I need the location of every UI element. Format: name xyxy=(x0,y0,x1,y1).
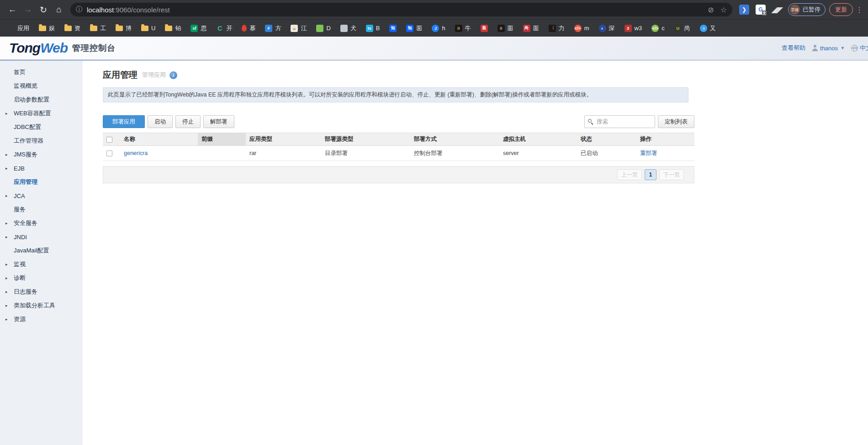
sidebar-item-WEB容器配置[interactable]: ▸WEB容器配置 xyxy=(0,107,82,120)
bookmark-item[interactable]: 犬 xyxy=(338,23,359,34)
sidebar-item-EJB[interactable]: ▸EJB xyxy=(0,161,82,175)
column-header[interactable]: 前缀 xyxy=(198,133,246,146)
expand-arrow-icon[interactable]: ▸ xyxy=(5,276,8,280)
bookmark-item[interactable]: D xyxy=(313,23,333,33)
undeploy-button[interactable]: 解部署 xyxy=(203,115,234,128)
bookmark-item[interactable]: 知 xyxy=(386,23,399,33)
bookmark-item[interactable]: tvB xyxy=(363,23,383,33)
home-icon[interactable]: ⌂ xyxy=(51,2,67,17)
column-header[interactable]: 部署方式 xyxy=(410,133,499,146)
sidebar-item-资源[interactable]: ▸资源 xyxy=(0,312,82,326)
expand-arrow-icon[interactable]: ▸ xyxy=(5,152,8,157)
customize-list-button[interactable]: 定制列表 xyxy=(658,115,694,128)
sidebar-item-诊断[interactable]: ▸诊断 xyxy=(0,271,82,285)
bookmark-item[interactable]: sf思 xyxy=(188,23,209,34)
translate-extension-icon[interactable]: G xyxy=(756,5,766,15)
bookmark-item[interactable]: 应用 xyxy=(5,23,32,34)
bookmark-item[interactable]: U xyxy=(138,23,158,33)
expand-arrow-icon[interactable]: ▸ xyxy=(5,193,8,198)
extensions-puzzle-icon[interactable]: ◢◤ xyxy=(772,5,782,15)
sidebar-item-安全服务[interactable]: ▸安全服务 xyxy=(0,216,82,230)
sidebar-item-监视[interactable]: ▸监视 xyxy=(0,257,82,271)
bookmark-item[interactable]: 慕 xyxy=(239,23,258,34)
column-header[interactable]: 应用类型 xyxy=(246,133,321,146)
expand-arrow-icon[interactable]: ▸ xyxy=(5,221,8,225)
browser-menu-icon[interactable]: ⋮ xyxy=(856,5,863,14)
expand-arrow-icon[interactable]: ▸ xyxy=(5,166,8,171)
address-bar[interactable]: ⓘ localhost:9060/console/rest ⊘ ☆ xyxy=(70,3,732,16)
extension-icon[interactable]: ❯ xyxy=(739,5,749,15)
column-header[interactable]: 操作 xyxy=(636,133,694,146)
bookmark-item[interactable]: 工 xyxy=(87,23,109,34)
bookmark-item[interactable]: ◐深 xyxy=(596,23,618,34)
bookmark-item[interactable]: ◑又 xyxy=(697,23,719,34)
expand-arrow-icon[interactable]: ▸ xyxy=(5,303,8,308)
bookmark-item[interactable]: 资 xyxy=(62,23,83,34)
bookmark-item[interactable]: ☕江 xyxy=(288,23,309,34)
bookmark-item[interactable]: 娱 xyxy=(36,23,58,34)
expand-arrow-icon[interactable]: ▸ xyxy=(5,317,8,322)
select-all-checkbox[interactable] xyxy=(106,137,112,143)
sidebar-item-工作管理器[interactable]: 工作管理器 xyxy=(0,134,82,148)
start-button[interactable]: 启动 xyxy=(148,115,173,128)
bookmark-favicon xyxy=(39,26,46,31)
bookmark-item[interactable]: 3w3 xyxy=(622,23,645,33)
user-menu[interactable]: thanos xyxy=(820,45,838,52)
sidebar-item-应用管理[interactable]: 应用管理 xyxy=(0,175,82,189)
sidebar-item-监视概览[interactable]: 监视概览 xyxy=(0,79,82,93)
info-icon[interactable]: i xyxy=(169,71,177,79)
site-info-icon[interactable]: ⓘ xyxy=(76,5,82,14)
expand-arrow-icon[interactable]: ▸ xyxy=(5,235,8,239)
sidebar-item-JDBC配置[interactable]: JDBC配置 xyxy=(0,120,82,134)
bookmark-item[interactable]: 博 xyxy=(113,23,134,34)
column-header[interactable]: 部署源类型 xyxy=(321,133,410,146)
sidebar-item-首页[interactable]: 首页 xyxy=(0,65,82,79)
reload-icon[interactable]: ↻ xyxy=(36,2,51,17)
user-caret-icon[interactable]: ▼ xyxy=(841,46,845,50)
row-checkbox[interactable] xyxy=(106,150,112,156)
bookmark-item[interactable]: C开 xyxy=(213,23,235,34)
redeploy-action-link[interactable]: 重部署 xyxy=(640,150,657,156)
sidebar-item-JavaMail配置[interactable]: JavaMail配置 xyxy=(0,244,82,257)
bookmark-item[interactable]: U尚 xyxy=(672,23,693,34)
language-menu[interactable]: 中文 xyxy=(860,44,868,52)
url-text[interactable]: localhost:9060/console/rest xyxy=(87,6,170,14)
bookmark-star-icon[interactable]: ☆ xyxy=(720,5,727,14)
column-header[interactable]: 状态 xyxy=(577,133,636,146)
sidebar-item-启动参数配置[interactable]: 启动参数配置 xyxy=(0,93,82,107)
deploy-app-button[interactable]: 部署应用 xyxy=(103,115,145,128)
back-icon[interactable]: ← xyxy=(5,2,20,17)
bookmark-item[interactable]: 〈力 xyxy=(546,23,567,34)
search-input[interactable] xyxy=(584,115,655,128)
sidebar-item-JCA[interactable]: ▸JCA xyxy=(0,189,82,203)
expand-arrow-icon[interactable]: ▸ xyxy=(5,262,8,267)
bookmark-item[interactable]: </>c xyxy=(649,23,667,33)
bookmark-item[interactable]: Jh xyxy=(429,23,448,33)
bookmark-item[interactable]: it牛 xyxy=(452,23,474,34)
stop-button[interactable]: 停止 xyxy=(175,115,201,128)
forward-icon[interactable]: → xyxy=(20,2,36,17)
sidebar-item-服务[interactable]: 服务 xyxy=(0,203,82,216)
sidebar-item-日志服务[interactable]: ▸日志服务 xyxy=(0,285,82,299)
sidebar-item-类加载分析工具[interactable]: ▸类加载分析工具 xyxy=(0,299,82,312)
expand-arrow-icon[interactable]: ▸ xyxy=(5,290,8,294)
bookmark-item[interactable]: F方 xyxy=(262,23,284,34)
update-button[interactable]: 更新 xyxy=(829,3,853,16)
bookmark-item[interactable]: 知面 xyxy=(403,23,425,34)
bookmark-item[interactable]: </>m xyxy=(572,23,592,33)
bookmark-label: 又 xyxy=(710,24,716,32)
profile-chip[interactable]: 宗德 已暂停 xyxy=(788,3,826,16)
bookmark-item[interactable]: 尚面 xyxy=(520,23,542,34)
bookmark-item[interactable]: it面 xyxy=(495,23,516,34)
sidebar-item-JNDI[interactable]: ▸JNDI xyxy=(0,230,82,244)
help-link[interactable]: 查看帮助 xyxy=(782,44,805,52)
column-header[interactable]: 名称 xyxy=(120,133,198,146)
app-name-link[interactable]: genericra xyxy=(124,150,148,156)
bookmark-item[interactable]: 装 xyxy=(478,23,491,33)
bookmark-item[interactable]: 铂 xyxy=(162,23,184,34)
page-number-button[interactable]: 1 xyxy=(645,169,656,180)
expand-arrow-icon[interactable]: ▸ xyxy=(5,111,8,116)
column-header[interactable]: 虚拟主机 xyxy=(499,133,577,146)
sidebar-item-JMS服务[interactable]: ▸JMS服务 xyxy=(0,148,82,161)
zoom-out-icon[interactable]: ⊘ xyxy=(708,5,714,14)
